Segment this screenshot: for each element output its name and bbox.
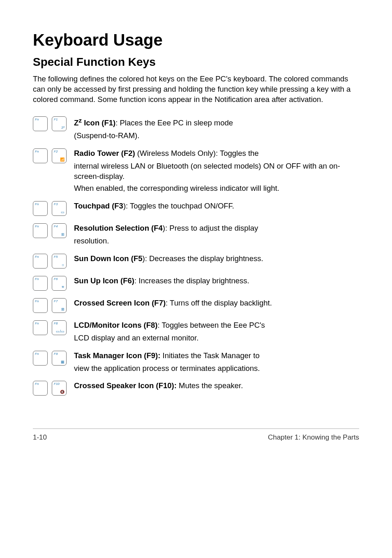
function-key-row: FnF2📶Radio Tower (F2) (Wireless Models O… xyxy=(33,148,359,194)
function-key-icon: F8▭/▭ xyxy=(52,320,67,335)
fn-key-icon: Fn xyxy=(33,254,48,269)
key-description-title: Resolution Selection (F4): Press to adju… xyxy=(74,223,359,234)
function-key-icon: F7⊠ xyxy=(52,298,67,313)
key-description-title: Touchpad (F3): Toggles the touchpad ON/O… xyxy=(74,201,359,211)
function-key-row: FnF8▭/▭LCD/Monitor Icons (F8): Toggles b… xyxy=(33,320,359,343)
function-key-icon: F4⊞ xyxy=(52,223,67,238)
function-key-icon: F5☼ xyxy=(52,254,67,269)
key-description-title: Radio Tower (F2) (Wireless Models Only):… xyxy=(74,148,359,159)
function-key-icon: F2📶 xyxy=(52,148,67,163)
key-combo: FnF3▭ xyxy=(33,201,74,216)
key-description-title: Zz Icon (F1): Places the Eee PC in sleep… xyxy=(74,116,359,128)
function-key-row: FnF1z²Zz Icon (F1): Places the Eee PC in… xyxy=(33,116,359,141)
fn-key-icon: Fn xyxy=(33,320,48,335)
key-description-line: internal wireless LAN or Bluetooth (on s… xyxy=(74,161,359,182)
page-title: Keyboard Usage xyxy=(33,29,359,51)
key-combo: FnF8▭/▭ xyxy=(33,320,74,335)
fn-key-icon: Fn xyxy=(33,351,48,366)
key-description-line: view the application process or terminat… xyxy=(74,364,359,374)
function-key-icon: F1z² xyxy=(52,116,67,131)
fn-key-icon: Fn xyxy=(33,223,48,238)
page-footer: 1-10 Chapter 1: Knowing the Parts xyxy=(33,428,359,442)
function-key-icon: F10🔇 xyxy=(52,381,67,396)
key-description: Task Manager Icon (F9): Initiates the Ta… xyxy=(74,351,359,374)
key-description: Touchpad (F3): Toggles the touchpad ON/O… xyxy=(74,201,359,211)
key-combo: FnF5☼ xyxy=(33,254,74,269)
key-description: Sun Up Icon (F6): Increases the display … xyxy=(74,276,359,286)
key-description-line: When enabled, the corresponding wireless… xyxy=(74,183,359,194)
function-key-icon: F3▭ xyxy=(52,201,67,216)
fn-key-icon: Fn xyxy=(33,116,48,131)
function-key-row: FnF7⊠Crossed Screen Icon (F7): Turns off… xyxy=(33,298,359,313)
key-combo: FnF7⊠ xyxy=(33,298,74,313)
function-key-row: FnF6☀Sun Up Icon (F6): Increases the dis… xyxy=(33,276,359,291)
section-title: Special Function Keys xyxy=(33,54,359,70)
key-description-line: LCD display and an external monitor. xyxy=(74,333,359,343)
function-key-row: FnF4⊞Resolution Selection (F4): Press to… xyxy=(33,223,359,246)
key-description-title: Sun Up Icon (F6): Increases the display … xyxy=(74,276,359,286)
function-key-row: FnF5☼Sun Down Icon (F5): Decreases the d… xyxy=(33,254,359,269)
key-description-line: resolution. xyxy=(74,236,359,246)
key-description: Crossed Screen Icon (F7): Turns off the … xyxy=(74,298,359,308)
intro-paragraph: The following defines the colored hot ke… xyxy=(33,74,359,105)
key-combo: FnF1z² xyxy=(33,116,74,131)
key-combo: FnF4⊞ xyxy=(33,223,74,238)
fn-key-icon: Fn xyxy=(33,298,48,313)
key-description: Crossed Speaker Icon (F10): Mutes the sp… xyxy=(74,381,359,391)
key-description-title: Task Manager Icon (F9): Initiates the Ta… xyxy=(74,351,359,361)
key-description: Resolution Selection (F4): Press to adju… xyxy=(74,223,359,246)
key-description: Radio Tower (F2) (Wireless Models Only):… xyxy=(74,148,359,194)
fn-key-icon: Fn xyxy=(33,276,48,291)
key-combo: FnF9▦ xyxy=(33,351,74,366)
key-description-title: Crossed Screen Icon (F7): Turns off the … xyxy=(74,298,359,308)
function-key-row: FnF10🔇Crossed Speaker Icon (F10): Mutes … xyxy=(33,381,359,396)
key-description-title: LCD/Monitor Icons (F8): Toggles between … xyxy=(74,320,359,331)
key-description-title: Crossed Speaker Icon (F10): Mutes the sp… xyxy=(74,381,359,391)
key-combo: FnF10🔇 xyxy=(33,381,74,396)
function-key-row: FnF3▭Touchpad (F3): Toggles the touchpad… xyxy=(33,201,359,216)
key-description: Zz Icon (F1): Places the Eee PC in sleep… xyxy=(74,116,359,141)
key-description-line: (Suspend-to-RAM). xyxy=(74,131,359,141)
function-key-icon: F9▦ xyxy=(52,351,67,366)
key-description-title: Sun Down Icon (F5): Decreases the displa… xyxy=(74,254,359,264)
key-description: Sun Down Icon (F5): Decreases the displa… xyxy=(74,254,359,264)
key-combo: FnF2📶 xyxy=(33,148,74,163)
fn-key-icon: Fn xyxy=(33,201,48,216)
fn-key-icon: Fn xyxy=(33,148,48,163)
chapter-label: Chapter 1: Knowing the Parts xyxy=(268,433,359,442)
function-key-row: FnF9▦Task Manager Icon (F9): Initiates t… xyxy=(33,351,359,374)
key-combo: FnF6☀ xyxy=(33,276,74,291)
function-key-icon: F6☀ xyxy=(52,276,67,291)
page-number: 1-10 xyxy=(33,433,47,442)
key-description: LCD/Monitor Icons (F8): Toggles between … xyxy=(74,320,359,343)
fn-key-icon: Fn xyxy=(33,381,48,396)
